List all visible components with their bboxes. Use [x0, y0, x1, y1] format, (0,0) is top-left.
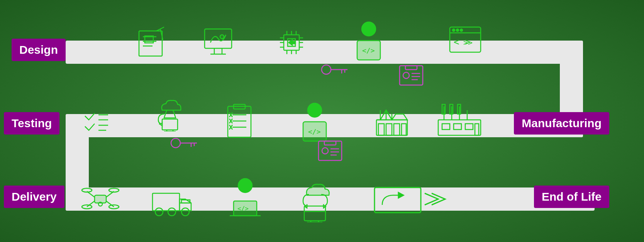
- truck-icon: [151, 186, 193, 216]
- svg-rect-95: [442, 124, 450, 130]
- svg-marker-125: [398, 193, 403, 198]
- svg-rect-4: [145, 36, 153, 43]
- svg-rect-0: [139, 31, 162, 56]
- key-icon-row1: [320, 62, 351, 81]
- key-icon-row2: [170, 135, 201, 155]
- svg-point-26: [322, 65, 331, 74]
- delivery-label: Delivery: [4, 186, 64, 208]
- code-window-icon-row1: < > >>: [448, 25, 483, 56]
- design-label: Design: [12, 39, 66, 61]
- developer-icon-row2: </>: [297, 102, 332, 145]
- cloud-sync-icon: [151, 93, 189, 131]
- svg-point-43: [460, 29, 463, 31]
- svg-point-42: [456, 29, 459, 31]
- svg-text:>>: >>: [463, 38, 473, 47]
- svg-point-69: [308, 103, 322, 117]
- svg-point-35: [403, 72, 409, 78]
- svg-point-112: [181, 208, 189, 216]
- chip-icon: [274, 25, 309, 60]
- svg-point-30: [362, 22, 376, 36]
- svg-rect-81: [394, 124, 400, 135]
- developer-icon-row1: </>: [351, 21, 386, 64]
- svg-rect-96: [454, 124, 461, 130]
- manufacturing-label: Manufacturing: [514, 112, 609, 135]
- svg-point-111: [168, 208, 176, 216]
- task-list-icon: [224, 102, 255, 141]
- cloud-sync-row3-icon: [293, 180, 336, 222]
- svg-point-11: [220, 35, 224, 39]
- svg-rect-80: [386, 124, 392, 135]
- svg-rect-109: [153, 193, 180, 211]
- svg-text:</>: </>: [362, 46, 375, 55]
- developer-laptop-icon: </>: [228, 178, 263, 220]
- svg-point-41: [452, 29, 455, 31]
- svg-rect-79: [378, 124, 384, 135]
- factory-icon-2: [436, 102, 483, 137]
- svg-rect-87: [438, 120, 481, 135]
- testing-label: Testing: [4, 112, 59, 135]
- eol-arrow-icon: [371, 182, 448, 216]
- factory-icon-1: [375, 102, 409, 137]
- drone-icon: [81, 182, 120, 216]
- svg-rect-82: [402, 124, 406, 135]
- id-badge-icon-row2: [317, 139, 344, 162]
- svg-rect-124: [375, 187, 421, 213]
- svg-rect-50: [162, 119, 178, 130]
- svg-rect-34: [405, 66, 417, 70]
- svg-rect-97: [465, 124, 473, 130]
- svg-rect-98: [475, 124, 479, 135]
- svg-text:</>: </>: [237, 205, 249, 212]
- id-badge-icon-row1: [398, 64, 425, 87]
- svg-point-110: [155, 208, 163, 216]
- checklist-icon: [81, 106, 112, 137]
- svg-point-115: [238, 179, 252, 193]
- end-of-life-label: End of Life: [534, 186, 609, 208]
- blueprint-icon: [135, 25, 170, 60]
- svg-rect-73: [324, 141, 336, 145]
- design-tools-icon: [201, 25, 236, 60]
- diagram-container: Design Testing Manufacturing Delivery En…: [4, 8, 640, 234]
- svg-point-54: [171, 138, 180, 148]
- svg-text:</>: </>: [308, 128, 321, 136]
- svg-point-74: [322, 148, 328, 154]
